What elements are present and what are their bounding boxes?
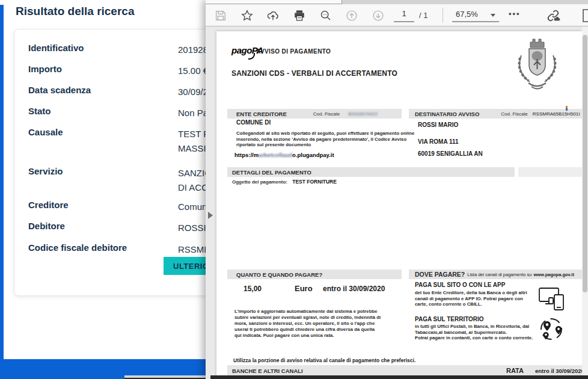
- amount-deadline: entro il 30/09/2020: [323, 285, 385, 293]
- page-up-icon[interactable]: [345, 8, 360, 23]
- page-bottom-band: [210, 375, 588, 379]
- field-label: Data scadenza: [28, 85, 91, 95]
- save-icon[interactable]: [214, 8, 228, 23]
- section-dettagli-pagamento: DETTAGLI DEL PAGAMENTO: [227, 167, 515, 177]
- field-label: Debitore: [28, 221, 65, 231]
- pdf-viewer-canvas: pagoPA AVVISO DI PAGAMENTO SANZIONI CDS …: [206, 26, 588, 379]
- page-title: Risultato della ricerca: [16, 5, 134, 18]
- section-destinatario: DESTINATARIO AVVISO Cod. Fiscale RSSMRA6…: [409, 109, 582, 119]
- document-tool-icon[interactable]: [581, 8, 588, 23]
- section-ente-creditore: ENTE CREDITORE Cod. Fiscale 80033970422: [227, 109, 402, 119]
- pdf-toolbar: 1 / 1 67,5% •••: [206, 4, 588, 26]
- payment-url-link[interactable]: https://marketcollaudo.plugandpay.it: [234, 152, 334, 158]
- zoom-level-value: 67,5%: [456, 10, 478, 19]
- share-link-icon[interactable]: [546, 8, 560, 23]
- creditor-info-text: Collegandoti al sito web riportato di se…: [236, 131, 414, 148]
- page-number-input[interactable]: 1: [394, 9, 414, 22]
- field-label: Causale: [28, 127, 63, 137]
- screen: Risultato della ricerca Identificativo 2…: [0, 0, 588, 379]
- print-icon[interactable]: [293, 8, 307, 23]
- field-label: Identificativo: [28, 43, 84, 53]
- field-label: Importo: [28, 64, 62, 74]
- toolbar-separator: [443, 8, 443, 23]
- amount-currency: Euro: [295, 284, 313, 293]
- field-value: 15.00 €: [178, 64, 208, 78]
- section-banche-canali: BANCHE E ALTRI CANALI RATA entro il 30/0…: [227, 365, 582, 376]
- star-icon[interactable]: [240, 8, 255, 23]
- field-label: Servizio: [28, 166, 63, 176]
- notice-type-label: AVVISO DI PAGAMENTO: [256, 48, 331, 55]
- channel-note: Utilizza la porzione di avviso relativa …: [233, 357, 415, 363]
- chevron-down-icon: [491, 14, 495, 17]
- amount-disclaimer: L'importo è aggiornato automaticamente d…: [234, 309, 381, 339]
- recipient-city: 60019 SENIGALLIA AN: [418, 150, 483, 157]
- window-top-edge: [206, 0, 588, 4]
- section-dettagli-right-segment: [518, 167, 582, 177]
- pay-online-title: PAGA SUL SITO O CON LE APP: [415, 282, 505, 288]
- window-tab: [206, 0, 342, 4]
- payment-subject: Oggetto del pagamento: TEST FORNITURE: [232, 179, 337, 185]
- section-dove-pagare: DOVE PAGARE? Lista dei canali di pagamen…: [409, 270, 582, 279]
- sidebar-toggle-arrow[interactable]: [208, 212, 213, 219]
- recipient-address: VIA ROMA 111: [418, 138, 459, 145]
- pdf-viewer-window: 1 / 1 67,5% •••: [206, 0, 588, 379]
- cod-fiscale-redacted: 80033970422: [348, 111, 378, 117]
- section-quanto-quando: QUANTO E QUANDO PAGARE?: [227, 270, 402, 279]
- pay-online-text: del tuo Ente Creditore, della tua Banca …: [415, 290, 527, 307]
- field-label: Creditore: [28, 200, 69, 210]
- service-title: SANZIONI CDS - VERBALI DI ACCERTAMENTO: [231, 69, 397, 78]
- url-redacted: arketcollaud: [259, 152, 292, 158]
- scrollbar-thumb[interactable]: [583, 35, 587, 292]
- more-options-button[interactable]: •••: [505, 8, 524, 19]
- creditor-name: COMUNE DI: [236, 119, 271, 126]
- amount-value: 15,00: [243, 285, 262, 293]
- pay-territory-text: in tutti gli Uffici Postali, in Banca, i…: [415, 324, 533, 341]
- pdf-page: pagoPA AVVISO DI PAGAMENTO SANZIONI CDS …: [216, 31, 582, 379]
- field-label: Codice fiscale debitore: [28, 242, 127, 253]
- page-total-label: / 1: [419, 11, 427, 20]
- municipal-coat-of-arms: [512, 36, 563, 102]
- cloud-upload-icon[interactable]: [266, 8, 281, 23]
- field-label: Stato: [28, 106, 51, 116]
- pay-territory-title: PAGA SUL TERRITORIO: [415, 316, 484, 322]
- recipient-name: ROSSI MARIO: [418, 122, 458, 128]
- devices-icon: [538, 287, 566, 312]
- page-down-icon[interactable]: [372, 8, 386, 23]
- search-zoom-icon[interactable]: [319, 8, 334, 23]
- zoom-level-dropdown[interactable]: 67,5%: [452, 9, 499, 22]
- caret-mark: [566, 106, 568, 111]
- rata-label: RATA: [506, 367, 524, 374]
- rata-deadline: entro il 30/09/2020: [535, 368, 584, 374]
- scrollbar-track[interactable]: [582, 26, 588, 379]
- map-pins-icon: [536, 314, 566, 344]
- search-result-panel: Risultato della ricerca Identificativo 2…: [0, 0, 206, 379]
- accent-stripe: [0, 5, 4, 379]
